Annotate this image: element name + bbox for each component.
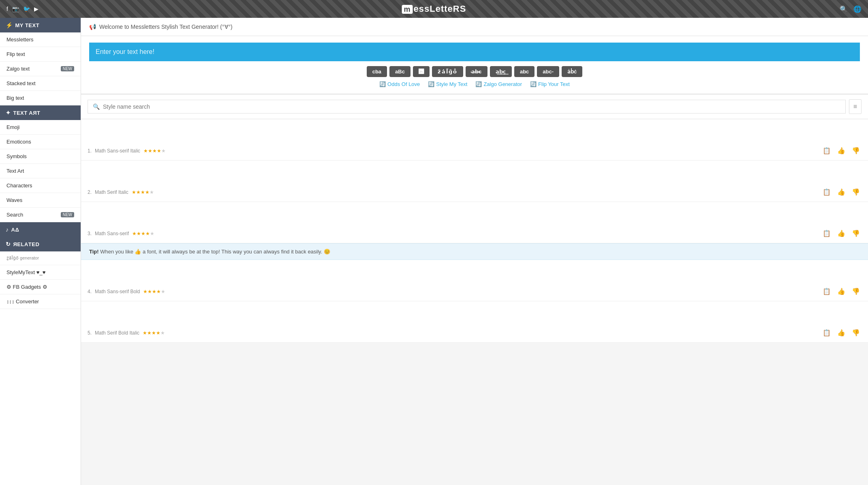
style-btn-mirror[interactable]: aBc — [389, 66, 410, 77]
font-meta-5: 5. Math Serif Bold Italic ★★★★★ 📋 👍 👎 — [81, 326, 868, 342]
sidebar-item-characters[interactable]: Characters — [0, 178, 81, 193]
style-btn-box[interactable]: 🅰 — [413, 66, 430, 77]
sidebar-item-search[interactable]: Search NEW — [0, 208, 81, 222]
sidebar-item-converter[interactable]: ↕↕↕ Converter — [0, 294, 81, 309]
youtube-icon[interactable]: ▶ — [34, 6, 38, 12]
related-icon: ↻ — [6, 241, 11, 247]
like-btn-5[interactable]: 👍 — [836, 327, 847, 338]
sidebar-item-stacked-text[interactable]: Stacked text — [0, 76, 81, 91]
font-stars-1: ★★★★★ — [143, 148, 166, 154]
search-badge: NEW — [61, 212, 74, 217]
main-text-input[interactable] — [89, 43, 860, 61]
sidebar-item-fb-gadgets[interactable]: ⚙ FB Gadgets ⚙ — [0, 280, 81, 294]
font-preview-2 — [81, 161, 868, 185]
font-item-4: 4. Math Sans-serif Bold ★★★★★ 📋 👍 👎 — [81, 260, 868, 301]
copy-btn-5[interactable]: 📋 — [821, 327, 832, 338]
zalgo-generator-label: ẕ̈ä̈l̈g̈ö̈ generator — [6, 255, 39, 261]
style-my-text-related-label: StyleMyText ♥_♥ — [6, 269, 45, 275]
dislike-btn-2[interactable]: 👎 — [850, 187, 862, 197]
font-stars-2: ★★★★★ — [132, 189, 154, 195]
font-actions-4: 📋 👍 👎 — [821, 286, 862, 297]
sidebar-item-flip-text[interactable]: Flip text — [0, 47, 81, 62]
style-btn-strikethrough[interactable]: a̶b̶c̶ — [466, 66, 487, 77]
font-meta-3: 3. Math Sans-serif ★★★★★ 📋 👍 👎 — [81, 226, 868, 243]
font-name-1: Math Sans-serif Italic — [95, 148, 140, 154]
alpha-label: αδ — [11, 227, 19, 233]
copy-btn-2[interactable]: 📋 — [821, 187, 832, 197]
like-btn-4[interactable]: 👍 — [836, 286, 847, 297]
font-list: 1. Math Sans-serif Italic ★★★★★ 📋 👍 👎 — [81, 119, 868, 343]
search-icon[interactable]: 🔍 — [840, 5, 848, 13]
font-item-3: 3. Math Sans-serif ★★★★★ 📋 👍 👎 — [81, 202, 868, 243]
search-label: Search — [6, 212, 23, 218]
style-btn-reverse[interactable]: cba — [367, 66, 387, 77]
font-stars-4: ★★★★★ — [143, 289, 165, 294]
like-btn-1[interactable]: 👍 — [836, 145, 847, 156]
dislike-btn-1[interactable]: 👎 — [850, 145, 862, 156]
odds-icon: 🔄 — [379, 81, 386, 87]
font-name-row-3: 3. Math Sans-serif ★★★★★ — [88, 231, 154, 236]
sidebar-item-zalgo-text[interactable]: Zalgo text NEW — [0, 62, 81, 76]
font-item-1: 1. Math Sans-serif Italic ★★★★★ 📋 👍 👎 — [81, 119, 868, 161]
font-number-1: 1. — [88, 148, 92, 154]
sidebar-item-messletters[interactable]: Messletters — [0, 32, 81, 47]
style-search-input[interactable] — [103, 103, 840, 110]
text-art-icon: ✦ — [6, 109, 11, 116]
dislike-btn-3[interactable]: 👎 — [850, 228, 862, 239]
style-btn-dots[interactable]: ȧḃċ — [562, 66, 582, 77]
font-item-5: 5. Math Serif Bold Italic ★★★★★ 📋 👍 👎 — [81, 301, 868, 343]
copy-btn-3[interactable]: 📋 — [821, 228, 832, 239]
zalgo-badge: NEW — [61, 66, 74, 71]
style-btn-dash[interactable]: abc- — [537, 66, 559, 77]
font-preview-1 — [81, 119, 868, 144]
like-btn-2[interactable]: 👍 — [836, 187, 847, 197]
like-btn-3[interactable]: 👍 — [836, 228, 847, 239]
flip-text-label: Flip text — [6, 51, 25, 57]
font-actions-1: 📋 👍 👎 — [821, 145, 862, 156]
style-buttons-row: cba aBc 🅰 z̈ȧl̈g̈o̊ a̶b̶c̶ a͟b͟c͟ abc ab… — [89, 66, 860, 77]
sidebar-item-big-text[interactable]: Big text — [0, 91, 81, 105]
sidebar-item-style-my-text[interactable]: StyleMyText ♥_♥ — [0, 265, 81, 280]
font-name-4: Math Sans-serif Bold — [95, 289, 140, 294]
welcome-icon: 📢 — [89, 24, 96, 30]
font-item-2: 2. Math Serif Italic ★★★★★ 📋 👍 👎 — [81, 161, 868, 202]
font-preview-5 — [81, 301, 868, 326]
font-name-row-1: 1. Math Sans-serif Italic ★★★★★ — [88, 148, 166, 154]
fb-gadgets-label: ⚙ FB Gadgets ⚙ — [6, 284, 47, 290]
copy-btn-1[interactable]: 📋 — [821, 145, 832, 156]
dislike-btn-4[interactable]: 👎 — [850, 286, 862, 297]
facebook-icon[interactable]: f — [6, 6, 8, 12]
sidebar-item-emoji[interactable]: Emoji — [0, 120, 81, 135]
dislike-btn-5[interactable]: 👎 — [850, 327, 862, 338]
globe-icon[interactable]: 🌐 — [853, 5, 862, 13]
sort-button[interactable]: ≡ — [849, 99, 862, 114]
style-btn-zalgo[interactable]: z̈ȧl̈g̈o̊ — [432, 66, 463, 77]
style-btn-underline[interactable]: a͟b͟c͟ — [490, 66, 512, 77]
quick-link-flip-your-text[interactable]: 🔄 Flip Your Text — [530, 81, 570, 87]
site-logo[interactable]: messLetteRS — [402, 4, 466, 14]
twitter-icon[interactable]: 🐦 — [23, 6, 30, 12]
sidebar-item-text-art[interactable]: Text Art — [0, 164, 81, 178]
my-text-icon: ⚡ — [6, 22, 13, 28]
font-meta-4: 4. Math Sans-serif Bold ★★★★★ 📋 👍 👎 — [81, 284, 868, 301]
font-stars-3: ★★★★★ — [132, 231, 154, 236]
sidebar-section-text-art: ✦ TEXT AЯT — [0, 105, 81, 120]
emoticons-label: Emoticons — [6, 139, 31, 145]
instagram-icon[interactable]: 📷 — [12, 6, 19, 12]
stacked-text-label: Stacked text — [6, 80, 36, 86]
font-actions-2: 📋 👍 👎 — [821, 187, 862, 197]
font-name-row-5: 5. Math Serif Bold Italic ★★★★★ — [88, 330, 165, 336]
sidebar-item-symbols[interactable]: Symbols — [0, 149, 81, 164]
font-preview-3 — [81, 202, 868, 226]
style-btn-normal[interactable]: abc — [514, 66, 534, 77]
quick-link-zalgo-generator[interactable]: 🔄 Zalgo Generator — [475, 81, 522, 87]
sidebar-item-emoticons[interactable]: Emoticons — [0, 135, 81, 149]
sidebar-item-zalgo-generator[interactable]: ẕ̈ä̈l̈g̈ö̈ generator — [0, 251, 81, 265]
text-art-label: TEXT AЯT — [13, 110, 41, 116]
messletters-label: Messletters — [6, 36, 33, 43]
sidebar-item-waves[interactable]: Waves — [0, 193, 81, 208]
copy-btn-4[interactable]: 📋 — [821, 286, 832, 297]
quick-link-odds-of-love[interactable]: 🔄 Odds Of Love — [379, 81, 420, 87]
quick-link-style-my-text[interactable]: 🔄 Style My Text — [428, 81, 467, 87]
font-stars-5: ★★★★★ — [143, 330, 165, 336]
